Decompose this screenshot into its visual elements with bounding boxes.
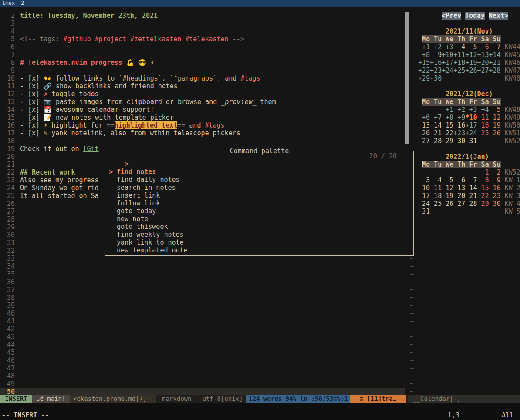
editor-line[interactable]: 44 [0, 341, 20, 349]
editor-line[interactable]: 42 [0, 325, 20, 333]
editor-line[interactable]: 4 [0, 27, 20, 35]
editor-line[interactable]: 48 [0, 372, 20, 380]
editor-line[interactable]: 27 [0, 208, 20, 215]
calendar-day[interactable]: 6 [477, 43, 489, 51]
calendar-day[interactable]: 7 [489, 43, 501, 51]
calendar-day[interactable]: +8 [418, 51, 430, 59]
editor-line[interactable]: 30 [0, 231, 20, 239]
palette-item[interactable]: new note [109, 215, 410, 223]
editor-line[interactable]: 10- [x] 👐 follow links to `#headings`, `… [0, 74, 260, 82]
calendar-day[interactable]: +1 +2 +3 [418, 43, 453, 51]
calendar-day[interactable]: 18 [477, 121, 489, 129]
calendar-day[interactable]: +1 +2 +3 +4 [442, 106, 489, 114]
calendar-day[interactable]: 12 [489, 114, 501, 121]
calendar-day[interactable]: 26 [489, 129, 501, 137]
calendar-day[interactable]: +10+11+12+13+14 [442, 51, 500, 59]
editor-line[interactable]: 41 [0, 317, 20, 325]
editor-line[interactable]: 49 [0, 380, 20, 388]
calendar-prev-button[interactable]: <Prev [442, 12, 461, 20]
calendar-day[interactable]: 5 [489, 106, 501, 114]
calendar-day[interactable]: 11 [477, 114, 489, 121]
editor-line[interactable]: 20 [0, 153, 20, 161]
calendar-day[interactable]: *10 [465, 114, 477, 121]
editor-line[interactable]: 29 [0, 223, 20, 231]
calendar-day[interactable]: 27 28 29 30 31 [418, 137, 477, 145]
calendar-day[interactable]: 23 [489, 192, 501, 200]
calendar-day[interactable]: 3 4 5 6 7 [418, 176, 477, 184]
calendar-day[interactable]: 2 [489, 168, 501, 176]
palette-item[interactable]: insert link [109, 192, 410, 199]
calendar-day[interactable]: +23+24 [453, 129, 477, 137]
editor-line[interactable]: 14- [x] 📅 awesome calendar support! [0, 106, 154, 114]
editor-line[interactable]: 39 [0, 302, 20, 309]
editor-line[interactable]: 5<!-- tags: #github #project #zettelkast… [0, 35, 244, 43]
editor-line[interactable]: 46 [0, 356, 20, 364]
editor-line[interactable]: 15- [x] 📝 new notes with template picker [0, 114, 174, 121]
editor-line[interactable]: 3--- [0, 20, 32, 27]
editor-line[interactable]: 6 [0, 43, 20, 51]
calendar-day[interactable]: 30 [489, 200, 501, 208]
calendar-day[interactable]: 15 [477, 184, 489, 192]
palette-item[interactable]: follow link [109, 199, 410, 207]
editor-line[interactable]: 23Also see my progress [0, 176, 99, 184]
editor-line[interactable]: 11- [x] 🔗 show backlinks and friend note… [0, 82, 178, 90]
calendar-next-button[interactable]: Next> [489, 12, 508, 20]
calendar-day[interactable]: +29+30 [418, 74, 442, 82]
editor-line[interactable]: 16- [x] ☀ highlight for ==highlighted te… [0, 121, 225, 129]
calendar-day[interactable]: 9 [489, 176, 501, 184]
editor-line[interactable]: 2title: Tuesday, November 23th, 2021 [0, 12, 158, 20]
calendar-day[interactable]: 20 21 22 [418, 129, 453, 137]
calendar-day[interactable]: 1 [477, 168, 489, 176]
editor-line[interactable]: 26 [0, 200, 20, 208]
palette-item[interactable]: new templated note [109, 246, 410, 254]
palette-item[interactable]: yank link to note [109, 239, 410, 246]
editor-line[interactable]: 35 [0, 270, 20, 278]
editor-line[interactable]: 7 [0, 51, 20, 59]
editor-line[interactable]: 40 [0, 309, 20, 317]
calendar-day[interactable]: 31 [418, 208, 430, 215]
editor-line[interactable]: 31 [0, 239, 20, 247]
command-line[interactable]: :lua require('telekasten').panel() [0, 403, 520, 411]
palette-item[interactable]: goto today [109, 207, 410, 215]
calendar-day[interactable]: 25 [477, 129, 489, 137]
editor-line[interactable]: 37 [0, 286, 20, 294]
editor-line[interactable]: 25It all started on Sa [0, 192, 99, 200]
editor-line[interactable]: 24On Sunday we got rid [0, 184, 99, 192]
palette-prompt-input[interactable]: > 20 / 20 [109, 152, 410, 160]
calendar-day[interactable]: +15+16+17+18+19+20+21 [418, 59, 501, 67]
editor-line[interactable]: 22## Recent work [0, 168, 75, 176]
calendar-day[interactable]: 10 11 12 13 14 [418, 184, 477, 192]
editor-line[interactable]: 13- [x] 📷 paste images from clipboard or… [0, 98, 276, 106]
calendar-day[interactable]: 16 [489, 184, 501, 192]
calendar-day[interactable]: 24 25 26 27 28 [418, 200, 477, 208]
editor-line[interactable]: 36 [0, 278, 20, 286]
editor-line[interactable]: 8# Telekasten.nvim progress 💪 😎 ⚡ [0, 59, 154, 67]
editor-line[interactable]: 9 [0, 67, 20, 74]
palette-item[interactable]: find daily notes [109, 176, 410, 184]
editor-line[interactable]: 34 [0, 262, 20, 270]
editor-line[interactable]: 12- [x] ✗ toggle todos [0, 90, 99, 98]
editor-line[interactable]: 47 [0, 364, 20, 372]
calendar-today-button[interactable]: Today [465, 12, 485, 20]
calendar-day[interactable]: +6 +7 +8 +9 [418, 114, 465, 121]
palette-item[interactable]: goto thisweek [109, 223, 410, 231]
editor-line[interactable]: 28 [0, 215, 20, 223]
calendar-day[interactable]: 17 18 19 20 21 [418, 192, 477, 200]
calendar-day[interactable]: +22+23+24+25+26+27+28 [418, 67, 501, 74]
scrollbar-thumb[interactable] [405, 12, 409, 144]
editor-line[interactable]: 43 [0, 333, 20, 341]
palette-item[interactable]: search in notes [109, 184, 410, 192]
editor-line[interactable]: 21 [0, 161, 20, 168]
calendar-day[interactable]: 8 [477, 176, 489, 184]
palette-item[interactable]: > find notes [109, 168, 410, 176]
editor-line[interactable]: 32 [0, 247, 20, 255]
calendar-day[interactable]: 9 [430, 51, 442, 59]
calendar-day[interactable]: 13 14 15 16 [418, 121, 465, 129]
editor-line[interactable]: 18 [0, 137, 20, 145]
calendar-day[interactable]: 22 [477, 192, 489, 200]
calendar-day[interactable]: +17 [465, 121, 477, 129]
editor-line[interactable]: 17- [x] ✎ yank notelink, also from wthin… [0, 129, 240, 137]
editor-line[interactable]: 19Check it out on [Git [0, 145, 99, 153]
editor-line[interactable]: 45 [0, 349, 20, 356]
calendar-day[interactable]: 29 [477, 200, 489, 208]
